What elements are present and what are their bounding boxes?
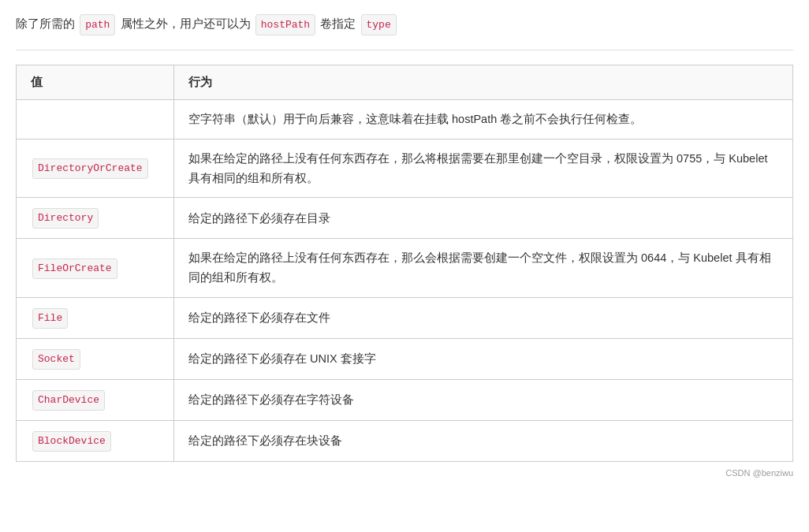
value-badge-5: Socket	[32, 349, 80, 370]
value-badge-3: FileOrCreate	[32, 259, 117, 279]
cell-value-4: File	[17, 297, 174, 338]
table-row: 空字符串（默认）用于向后兼容，这意味着在挂载 hostPath 卷之前不会执行任…	[17, 100, 793, 140]
cell-value-5: Socket	[17, 338, 174, 379]
cell-value-6: CharDevice	[17, 379, 174, 420]
table-row: FileOrCreate如果在给定的路径上没有任何东西存在，那么会根据需要创建一…	[17, 239, 793, 297]
divider	[16, 50, 793, 50]
cell-value-7: BlockDevice	[17, 420, 174, 461]
col-value-header: 值	[17, 65, 174, 100]
cell-value-3: FileOrCreate	[17, 239, 174, 297]
col-behavior-header: 行为	[174, 65, 793, 100]
cell-behavior-2: 给定的路径下必须存在目录	[174, 198, 793, 239]
intro-prefix: 除了所需的	[16, 17, 75, 30]
intro-line: 除了所需的 path 属性之外，用户还可以为 hostPath 卷指定 type	[16, 13, 793, 35]
table-row: BlockDevice给定的路径下必须存在块设备	[17, 420, 793, 461]
table-row: DirectoryOrCreate如果在给定的路径上没有任何东西存在，那么将根据…	[17, 140, 793, 198]
cell-behavior-4: 给定的路径下必须存在文件	[174, 297, 793, 338]
cell-behavior-6: 给定的路径下必须存在字符设备	[174, 379, 793, 420]
cell-behavior-7: 给定的路径下必须存在块设备	[174, 420, 793, 461]
cell-value-2: Directory	[17, 198, 174, 239]
badge-hostpath: hostPath	[255, 14, 315, 35]
value-badge-7: BlockDevice	[32, 431, 111, 452]
intro-middle1: 属性之外，用户还可以为	[121, 17, 251, 30]
value-badge-4: File	[32, 308, 68, 329]
cell-behavior-1: 如果在给定的路径上没有任何东西存在，那么将根据需要在那里创建一个空目录，权限设置…	[174, 140, 793, 198]
badge-path: path	[80, 14, 115, 35]
watermark: CSDN @benziwu	[16, 468, 793, 478]
cell-behavior-5: 给定的路径下必须存在 UNIX 套接字	[174, 338, 793, 379]
table-row: File给定的路径下必须存在文件	[17, 297, 793, 338]
table-header-row: 值 行为	[17, 65, 793, 100]
table-row: Directory给定的路径下必须存在目录	[17, 198, 793, 239]
hostpath-type-table: 值 行为 空字符串（默认）用于向后兼容，这意味着在挂载 hostPath 卷之前…	[16, 65, 793, 462]
cell-behavior-3: 如果在给定的路径上没有任何东西存在，那么会根据需要创建一个空文件，权限设置为 0…	[174, 239, 793, 297]
badge-type: type	[361, 14, 397, 35]
cell-behavior-0: 空字符串（默认）用于向后兼容，这意味着在挂载 hostPath 卷之前不会执行任…	[174, 100, 793, 140]
table-row: CharDevice给定的路径下必须存在字符设备	[17, 379, 793, 420]
value-badge-6: CharDevice	[32, 390, 105, 411]
cell-value-1: DirectoryOrCreate	[17, 140, 174, 198]
cell-value-0	[17, 100, 174, 140]
value-badge-2: Directory	[32, 208, 99, 229]
value-badge-1: DirectoryOrCreate	[32, 158, 148, 179]
table-row: Socket给定的路径下必须存在 UNIX 套接字	[17, 338, 793, 379]
intro-middle2: 卷指定	[320, 17, 356, 30]
